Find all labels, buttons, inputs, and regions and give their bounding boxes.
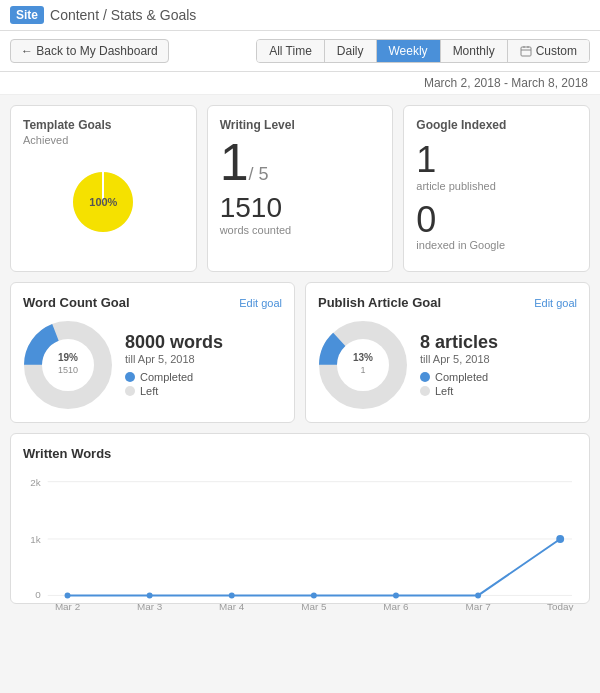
- words-label: words counted: [220, 224, 381, 236]
- svg-text:Today: Today: [547, 601, 573, 611]
- articles-label: article published: [416, 180, 577, 192]
- words-counted: 1510: [220, 192, 381, 224]
- filter-daily[interactable]: Daily: [325, 40, 377, 62]
- template-goals-percent: 100%: [89, 196, 117, 208]
- writing-level-card: Writing Level 1/ 5 1510 words counted: [207, 105, 394, 272]
- template-goals-subtitle: Achieved: [23, 134, 184, 146]
- publish-left-dot: [420, 386, 430, 396]
- publish-article-goal-card: Publish Article Goal Edit goal 13% 1 8 a…: [305, 282, 590, 423]
- chart-title: Written Words: [23, 446, 577, 461]
- publish-article-goal-info: 8 articles till Apr 5, 2018 Completed Le…: [420, 332, 498, 399]
- word-count-amount: 8000 words: [125, 332, 223, 353]
- chart-dot-4: [311, 593, 317, 599]
- goals-row: Word Count Goal Edit goal 19% 1510 8000 …: [10, 282, 590, 423]
- back-button[interactable]: ← Back to My Dashboard: [10, 39, 169, 63]
- svg-text:1: 1: [360, 365, 365, 375]
- time-filters: All Time Daily Weekly Monthly Custom: [256, 39, 590, 63]
- toolbar: ← Back to My Dashboard All Time Daily We…: [0, 31, 600, 72]
- calendar-icon: [520, 45, 532, 57]
- chart-dot-6: [475, 593, 481, 599]
- word-count-date: till Apr 5, 2018: [125, 353, 223, 365]
- word-count-completed-legend: Completed: [125, 371, 223, 383]
- svg-text:0: 0: [35, 590, 41, 601]
- publish-completed-dot: [420, 372, 430, 382]
- svg-text:13%: 13%: [353, 352, 373, 363]
- word-count-edit-link[interactable]: Edit goal: [239, 297, 282, 309]
- chart-dot-today: [556, 535, 564, 543]
- publish-article-pie: 13% 1: [318, 320, 408, 410]
- template-goals-card: Template Goals Achieved 100%: [10, 105, 197, 272]
- indexed-label: indexed in Google: [416, 239, 577, 251]
- svg-text:Mar 3: Mar 3: [137, 601, 163, 611]
- publish-article-goal-content: 13% 1 8 articles till Apr 5, 2018 Comple…: [318, 320, 577, 410]
- stats-row: Template Goals Achieved 100% Writing Lev…: [10, 105, 590, 272]
- publish-article-goal-title: Publish Article Goal: [318, 295, 441, 310]
- publish-article-amount: 8 articles: [420, 332, 498, 353]
- chart-dot-2: [147, 593, 153, 599]
- breadcrumb: Content / Stats & Goals: [50, 7, 196, 23]
- svg-rect-0: [521, 47, 531, 56]
- date-range: March 2, 2018 - March 8, 2018: [0, 72, 600, 95]
- top-bar: Site Content / Stats & Goals: [0, 0, 600, 31]
- svg-text:1k: 1k: [30, 534, 40, 545]
- articles-count: 1: [416, 140, 577, 180]
- google-indexed-title: Google Indexed: [416, 118, 577, 132]
- word-count-goal-title: Word Count Goal: [23, 295, 130, 310]
- svg-text:1510: 1510: [58, 365, 78, 375]
- google-indexed-card: Google Indexed 1 article published 0 ind…: [403, 105, 590, 272]
- writing-level-number: 1: [220, 136, 249, 188]
- publish-article-date: till Apr 5, 2018: [420, 353, 498, 365]
- publish-article-edit-link[interactable]: Edit goal: [534, 297, 577, 309]
- indexed-count: 0: [416, 200, 577, 240]
- main-content: Template Goals Achieved 100% Writing Lev…: [0, 95, 600, 614]
- chart-line: [68, 539, 561, 595]
- svg-text:Mar 6: Mar 6: [383, 601, 409, 611]
- chart-dot-1: [65, 593, 71, 599]
- publish-left-legend: Left: [420, 385, 498, 397]
- chart-area: 2k 1k 0 Ma: [23, 471, 577, 591]
- site-badge: Site: [10, 6, 44, 24]
- word-count-legend: Completed Left: [125, 371, 223, 397]
- template-goals-pie: 100%: [63, 162, 143, 242]
- publish-article-goal-header: Publish Article Goal Edit goal: [318, 295, 577, 310]
- svg-text:19%: 19%: [58, 352, 78, 363]
- template-goals-title: Template Goals: [23, 118, 184, 132]
- word-count-goal-info: 8000 words till Apr 5, 2018 Completed Le…: [125, 332, 223, 399]
- writing-level-title: Writing Level: [220, 118, 381, 132]
- word-count-pie: 19% 1510: [23, 320, 113, 410]
- chart-dot-5: [393, 593, 399, 599]
- completed-dot: [125, 372, 135, 382]
- word-count-left-legend: Left: [125, 385, 223, 397]
- filter-monthly[interactable]: Monthly: [441, 40, 508, 62]
- filter-alltime[interactable]: All Time: [257, 40, 325, 62]
- left-dot: [125, 386, 135, 396]
- written-words-chart: 2k 1k 0 Ma: [23, 471, 577, 611]
- word-count-goal-content: 19% 1510 8000 words till Apr 5, 2018 Com…: [23, 320, 282, 410]
- filter-weekly[interactable]: Weekly: [377, 40, 441, 62]
- word-count-goal-card: Word Count Goal Edit goal 19% 1510 8000 …: [10, 282, 295, 423]
- filter-custom[interactable]: Custom: [508, 40, 589, 62]
- publish-completed-legend: Completed: [420, 371, 498, 383]
- svg-text:Mar 5: Mar 5: [301, 601, 327, 611]
- writing-level-denom: / 5: [249, 164, 269, 184]
- publish-article-legend: Completed Left: [420, 371, 498, 397]
- svg-text:Mar 2: Mar 2: [55, 601, 80, 611]
- word-count-goal-header: Word Count Goal Edit goal: [23, 295, 282, 310]
- chart-card: Written Words 2k 1k 0: [10, 433, 590, 604]
- svg-text:2k: 2k: [30, 477, 40, 488]
- chart-dot-3: [229, 593, 235, 599]
- svg-text:Mar 7: Mar 7: [465, 601, 490, 611]
- svg-text:Mar 4: Mar 4: [219, 601, 245, 611]
